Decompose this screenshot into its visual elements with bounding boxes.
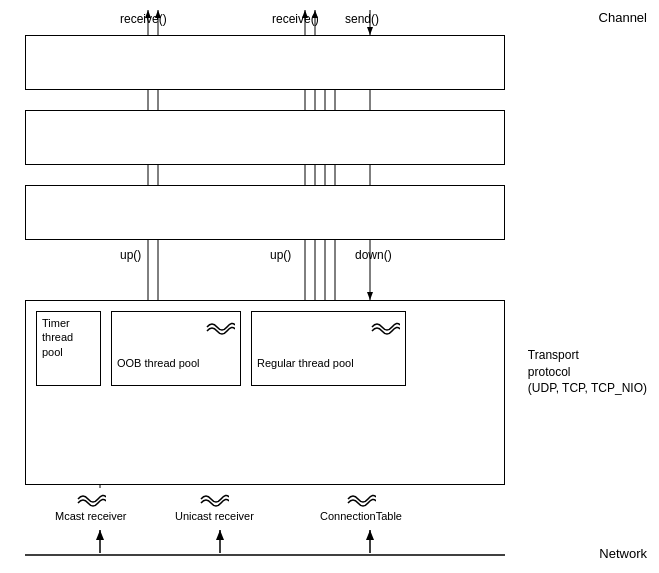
- svg-marker-52: [96, 530, 104, 540]
- down1-label: down(): [355, 248, 392, 262]
- network-label: Network: [599, 546, 647, 561]
- receive2-label: receive(): [272, 12, 319, 26]
- unicast-receiver-label: Unicast receiver: [175, 490, 254, 522]
- oob-thread-pool-box: OOB thread pool: [111, 311, 241, 386]
- receive1-label: receive(): [120, 12, 167, 26]
- channel-label: Channel: [599, 10, 647, 25]
- svg-marker-56: [366, 530, 374, 540]
- protocol-box-1: [25, 35, 505, 90]
- transport-label: Transport protocol (UDP, TCP, TCP_NIO): [528, 330, 647, 397]
- svg-marker-35: [367, 292, 373, 300]
- timer-thread-pool-box: Timer thread pool: [36, 311, 101, 386]
- regular-label: Regular thread pool: [252, 352, 405, 374]
- timer-label: Timer thread pool: [37, 312, 100, 363]
- connection-table-label: ConnectionTable: [320, 490, 402, 522]
- svg-marker-15: [367, 27, 373, 35]
- svg-marker-54: [216, 530, 224, 540]
- up1-label: up(): [120, 248, 141, 262]
- up2-label: up(): [270, 248, 291, 262]
- protocol-box-3: [25, 185, 505, 240]
- diagram-container: Channel receive() receive() send() up() …: [0, 0, 659, 573]
- regular-thread-pool-box: Regular thread pool: [251, 311, 406, 386]
- mcast-receiver-label: Mcast receiver: [55, 490, 127, 522]
- send1-label: send(): [345, 12, 379, 26]
- oob-label: OOB thread pool: [112, 352, 240, 374]
- protocol-box-2: [25, 110, 505, 165]
- transport-box: Timer thread pool OOB thread pool Regula…: [25, 300, 505, 485]
